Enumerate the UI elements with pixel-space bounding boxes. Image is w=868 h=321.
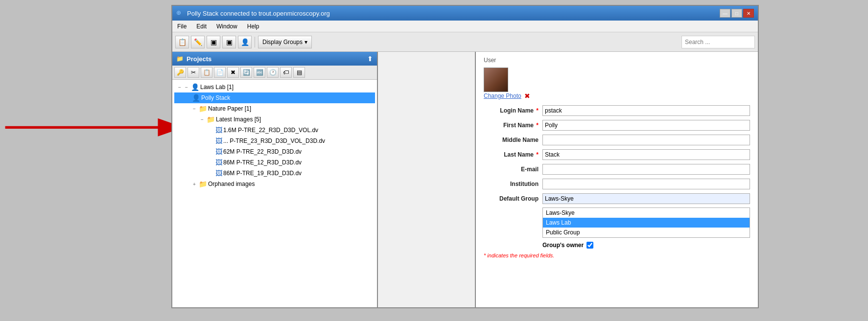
- tree-view: − − 👤 Laws Lab [1] 👤 Polly Stack: [172, 80, 377, 307]
- menu-window[interactable]: Window: [214, 22, 239, 31]
- required-star-3: *: [536, 151, 539, 158]
- panel-cut-btn[interactable]: ✂: [188, 67, 199, 78]
- required-note: * indicates the required fields.: [484, 252, 750, 258]
- tree-label-nature: Nature Paper [1]: [208, 105, 251, 112]
- menu-file[interactable]: File: [175, 22, 188, 31]
- image-icon-4: 🖼: [215, 159, 222, 166]
- option-laws-lab[interactable]: Laws Lab: [543, 218, 750, 228]
- option-public-group[interactable]: Public Group: [543, 228, 750, 237]
- change-photo-link[interactable]: Change Photo: [484, 92, 521, 99]
- image-icon-1: 🖼: [215, 126, 222, 134]
- tree-label-img3: 62M P-TRE_22_R3D_D3D.dv: [223, 148, 302, 155]
- institution-label: Institution: [484, 181, 542, 187]
- panel-copy-btn[interactable]: 📋: [201, 67, 212, 78]
- window-title: Polly Stack connected to trout.openmicro…: [187, 10, 330, 17]
- display-groups-button[interactable]: Display Groups ▾: [258, 36, 312, 48]
- tree-item-orphaned[interactable]: + 📁 Orphaned images: [174, 179, 375, 189]
- close-button[interactable]: ✕: [743, 9, 754, 18]
- user-icon-polly: 👤: [192, 94, 200, 102]
- tree-label-img4: 86M P-TRE_12_R3D_D3D.dv: [223, 159, 302, 166]
- email-row: E-mail: [484, 163, 750, 175]
- expander-nature[interactable]: −: [191, 105, 198, 112]
- toolbar-edit-btn[interactable]: ✏️: [191, 36, 205, 48]
- image-icon-2: 🖼: [215, 137, 222, 145]
- search-input[interactable]: [681, 36, 755, 48]
- change-photo-row: Change Photo ✖: [484, 92, 750, 100]
- default-group-select[interactable]: Laws-Skye Laws Lab Public Group: [542, 193, 750, 204]
- tree-item-laws-lab[interactable]: − − 👤 Laws Lab [1]: [174, 82, 375, 92]
- tree-item-img4[interactable]: 🖼 86M P-TRE_12_R3D_D3D.dv: [174, 157, 375, 168]
- last-name-input[interactable]: [542, 149, 750, 160]
- first-name-row: First Name *: [484, 119, 750, 131]
- tree-item-latest-images[interactable]: − 📁 Latest Images [5]: [174, 114, 375, 125]
- title-bar: ⊕ Polly Stack connected to trout.openmic…: [172, 6, 758, 21]
- panel-toolbar: 🔑 ✂ 📋 📄 ✖ 🔄 🔤 🕐 🏷 ▤: [172, 66, 377, 80]
- expander-img1: [208, 127, 214, 134]
- panel-title: Projects: [187, 55, 211, 63]
- maximize-button[interactable]: □: [731, 9, 742, 18]
- group-owner-label: Group's owner: [542, 242, 584, 249]
- required-star-2: *: [536, 122, 539, 129]
- toolbar: 📋 ✏️ ▣ ▣ 👤 Display Groups ▾: [172, 32, 758, 52]
- login-name-row: Login Name *: [484, 105, 750, 116]
- tree-label-latest: Latest Images [5]: [216, 116, 261, 123]
- menu-bar: File Edit Window Help: [172, 21, 758, 32]
- tree-item-img1[interactable]: 🖼 1.6M P-TRE_22_R3D_D3D_VOL.dv: [174, 125, 375, 136]
- panel-clock-btn[interactable]: 🕐: [267, 67, 279, 78]
- image-icon-5: 🖼: [215, 169, 222, 177]
- tree-item-img5[interactable]: 🖼 86M P-TRE_19_R3D_D3D.dv: [174, 168, 375, 179]
- institution-input[interactable]: [542, 179, 750, 189]
- chevron-down-icon: ▾: [305, 39, 307, 46]
- delete-photo-icon[interactable]: ✖: [524, 92, 530, 100]
- toolbar-user-btn[interactable]: 👤: [238, 36, 252, 48]
- app-icon: ⊕: [176, 9, 184, 17]
- tree-item-img2[interactable]: 🖼 ... P-TRE_23_R3D_D3D_VOL_D3D.dv: [174, 136, 375, 146]
- toolbar-btn3[interactable]: ▣: [207, 36, 220, 48]
- panel-add-btn[interactable]: 🔑: [174, 67, 186, 78]
- dropdown-options-panel: Laws-Skye Laws Lab Public Group: [542, 207, 750, 238]
- panel-tag-btn[interactable]: 🏷: [280, 67, 292, 78]
- panel-refresh-btn[interactable]: 🔄: [240, 67, 252, 78]
- tree-item-nature-paper[interactable]: − 📁 Nature Paper [1]: [174, 103, 375, 114]
- tree-label-laws-lab: Laws Lab [1]: [200, 84, 234, 91]
- display-groups-label: Display Groups: [262, 39, 303, 46]
- panel-sort-btn[interactable]: 🔤: [254, 67, 265, 78]
- institution-row: Institution: [484, 178, 750, 190]
- tree-label-orphaned: Orphaned images: [208, 181, 255, 187]
- expander-laws-lab[interactable]: −: [176, 84, 183, 91]
- group-owner-checkbox[interactable]: [586, 242, 593, 249]
- default-group-dropdown-container: Laws-Skye Laws Lab Public Group: [542, 193, 750, 204]
- middle-name-row: Middle Name: [484, 134, 750, 146]
- tree-label-img1: 1.6M P-TRE_22_R3D_D3D_VOL.dv: [223, 127, 318, 134]
- toolbar-btn4[interactable]: ▣: [222, 36, 236, 48]
- panel-paste-btn[interactable]: 📄: [214, 67, 226, 78]
- middle-name-label: Middle Name: [484, 137, 542, 143]
- user-icon: 👤: [191, 83, 199, 91]
- first-name-label: First Name *: [484, 122, 542, 129]
- email-input[interactable]: [542, 164, 750, 175]
- menu-help[interactable]: Help: [245, 22, 261, 31]
- toolbar-separator: [255, 37, 255, 47]
- middle-panel: [378, 52, 476, 307]
- minimize-button[interactable]: —: [720, 9, 730, 18]
- last-name-row: Last Name *: [484, 149, 750, 160]
- expander-img4: [208, 159, 214, 166]
- folder-icon-nature: 📁: [199, 105, 207, 113]
- first-name-input[interactable]: [542, 120, 750, 131]
- middle-name-input[interactable]: [542, 135, 750, 145]
- option-laws-skye[interactable]: Laws-Skye: [543, 208, 750, 218]
- expander2-laws-lab[interactable]: −: [183, 84, 190, 91]
- required-star: *: [536, 107, 539, 114]
- expander-latest[interactable]: −: [199, 116, 206, 123]
- toolbar-new-btn[interactable]: 📋: [175, 36, 189, 48]
- menu-edit[interactable]: Edit: [194, 22, 209, 31]
- tree-item-polly-stack[interactable]: 👤 Polly Stack: [174, 92, 375, 103]
- panel-header: 📁 Projects ⬆: [172, 52, 377, 66]
- expander-orphaned[interactable]: +: [191, 181, 198, 187]
- panel-layout-btn[interactable]: ▤: [293, 67, 305, 78]
- expander-polly: [184, 94, 191, 101]
- login-name-input[interactable]: [542, 105, 750, 116]
- panel-collapse-btn[interactable]: ⬆: [367, 55, 373, 63]
- panel-delete-btn[interactable]: ✖: [227, 67, 239, 78]
- tree-item-img3[interactable]: 🖼 62M P-TRE_22_R3D_D3D.dv: [174, 146, 375, 157]
